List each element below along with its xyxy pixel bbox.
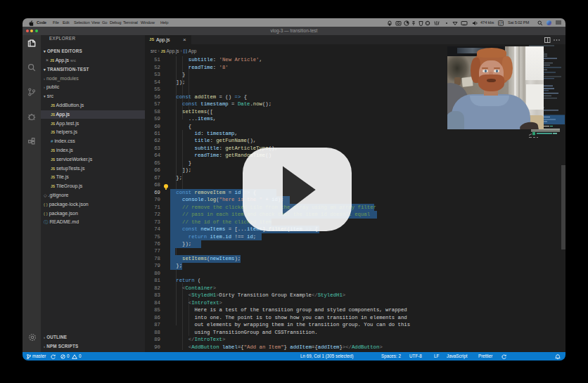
svg-text:17: 17 bbox=[499, 21, 503, 25]
